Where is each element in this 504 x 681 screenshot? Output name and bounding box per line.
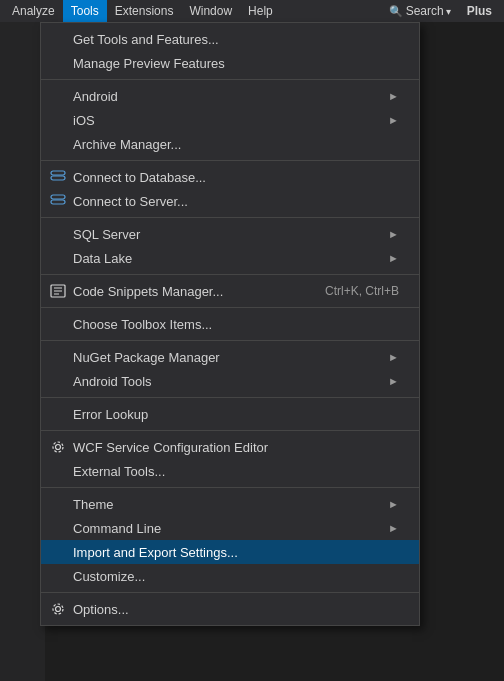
- menu-analyze[interactable]: Analyze: [4, 0, 63, 22]
- menu-item-label: Choose Toolbox Items...: [73, 317, 212, 332]
- submenu-arrow-icon: ►: [388, 498, 399, 510]
- menu-item-command-line[interactable]: Command Line ►: [41, 516, 419, 540]
- menu-separator: [41, 430, 419, 431]
- svg-rect-2: [51, 195, 65, 199]
- menu-item-label: Customize...: [73, 569, 145, 584]
- svg-rect-0: [51, 171, 65, 175]
- submenu-arrow-icon: ►: [388, 522, 399, 534]
- menu-item-label: Options...: [73, 602, 129, 617]
- submenu-arrow-icon: ►: [388, 114, 399, 126]
- search-label: Search: [406, 4, 444, 18]
- menu-item-sql-server[interactable]: SQL Server ►: [41, 222, 419, 246]
- search-icon: 🔍: [389, 5, 403, 18]
- menu-item-options[interactable]: Options...: [41, 597, 419, 621]
- svg-rect-1: [51, 176, 65, 180]
- menu-tools[interactable]: Tools: [63, 0, 107, 22]
- menu-item-label: NuGet Package Manager: [73, 350, 220, 365]
- svg-point-10: [56, 607, 61, 612]
- menu-separator: [41, 340, 419, 341]
- menu-item-nuget[interactable]: NuGet Package Manager ►: [41, 345, 419, 369]
- submenu-arrow-icon: ►: [388, 375, 399, 387]
- menu-item-wcf[interactable]: WCF Service Configuration Editor: [41, 435, 419, 459]
- menu-item-label: Get Tools and Features...: [73, 32, 219, 47]
- ide-sidebar: [0, 22, 45, 681]
- menu-item-android-tools[interactable]: Android Tools ►: [41, 369, 419, 393]
- menu-item-manage-preview[interactable]: Manage Preview Features: [41, 51, 419, 75]
- menu-item-connect-db[interactable]: Connect to Database...: [41, 165, 419, 189]
- menu-item-choose-toolbox[interactable]: Choose Toolbox Items...: [41, 312, 419, 336]
- menu-item-label: Error Lookup: [73, 407, 148, 422]
- snippet-icon: [49, 282, 67, 300]
- menu-item-connect-server[interactable]: Connect to Server...: [41, 189, 419, 213]
- menu-separator: [41, 592, 419, 593]
- menu-item-label: Import and Export Settings...: [73, 545, 238, 560]
- menu-extensions[interactable]: Extensions: [107, 0, 182, 22]
- menu-item-customize[interactable]: Customize...: [41, 564, 419, 588]
- submenu-arrow-icon: ►: [388, 90, 399, 102]
- menu-plus[interactable]: Plus: [459, 0, 500, 22]
- menu-bar: Analyze Tools Extensions Window Help 🔍 S…: [0, 0, 504, 22]
- menu-item-ios[interactable]: iOS ►: [41, 108, 419, 132]
- menu-separator: [41, 274, 419, 275]
- database-icon: [49, 168, 67, 186]
- menu-item-label: Archive Manager...: [73, 137, 181, 152]
- menu-item-label: Command Line: [73, 521, 161, 536]
- menu-item-label: Connect to Database...: [73, 170, 206, 185]
- menu-item-archive-manager[interactable]: Archive Manager...: [41, 132, 419, 156]
- menu-item-label: SQL Server: [73, 227, 140, 242]
- submenu-arrow-icon: ►: [388, 351, 399, 363]
- menu-item-import-export[interactable]: Import and Export Settings...: [41, 540, 419, 564]
- menu-separator: [41, 79, 419, 80]
- menu-item-android[interactable]: Android ►: [41, 84, 419, 108]
- menu-separator: [41, 397, 419, 398]
- menu-separator: [41, 307, 419, 308]
- menu-item-label: iOS: [73, 113, 95, 128]
- svg-point-8: [56, 445, 61, 450]
- menu-window[interactable]: Window: [181, 0, 240, 22]
- menu-item-label: Android: [73, 89, 118, 104]
- menu-item-label: WCF Service Configuration Editor: [73, 440, 268, 455]
- submenu-arrow-icon: ►: [388, 228, 399, 240]
- menu-item-label: Theme: [73, 497, 113, 512]
- tools-dropdown: Get Tools and Features... Manage Preview…: [40, 22, 420, 626]
- menu-item-label: Manage Preview Features: [73, 56, 225, 71]
- svg-point-9: [53, 442, 63, 452]
- menu-separator: [41, 487, 419, 488]
- svg-rect-3: [51, 200, 65, 204]
- menu-help[interactable]: Help: [240, 0, 281, 22]
- menu-separator: [41, 160, 419, 161]
- menu-item-label: External Tools...: [73, 464, 165, 479]
- search-area: 🔍 Search ▾: [381, 4, 459, 18]
- menu-item-code-snippets[interactable]: Code Snippets Manager... Ctrl+K, Ctrl+B: [41, 279, 419, 303]
- menu-item-theme[interactable]: Theme ►: [41, 492, 419, 516]
- shortcut-label: Ctrl+K, Ctrl+B: [325, 284, 399, 298]
- menu-item-label: Code Snippets Manager...: [73, 284, 223, 299]
- menu-item-label: Data Lake: [73, 251, 132, 266]
- menu-separator: [41, 217, 419, 218]
- menu-item-get-tools[interactable]: Get Tools and Features...: [41, 27, 419, 51]
- menu-item-label: Android Tools: [73, 374, 152, 389]
- gear-icon: [49, 438, 67, 456]
- server-icon: [49, 192, 67, 210]
- menu-item-external-tools[interactable]: External Tools...: [41, 459, 419, 483]
- menu-item-data-lake[interactable]: Data Lake ►: [41, 246, 419, 270]
- svg-point-11: [53, 604, 63, 614]
- menu-item-error-lookup[interactable]: Error Lookup: [41, 402, 419, 426]
- menu-item-label: Connect to Server...: [73, 194, 188, 209]
- submenu-arrow-icon: ►: [388, 252, 399, 264]
- options-gear-icon: [49, 600, 67, 618]
